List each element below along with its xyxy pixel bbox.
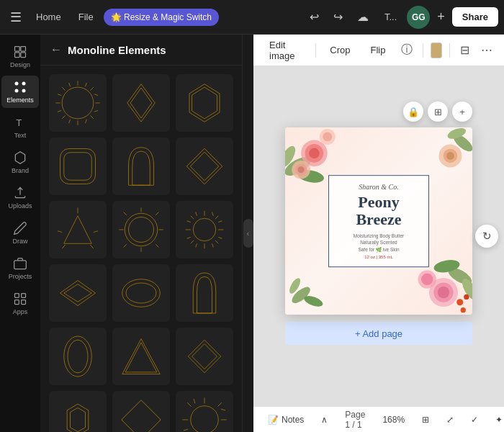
svg-rect-13	[22, 300, 26, 305]
home-nav[interactable]: Home	[29, 7, 68, 27]
expand-btn[interactable]: ⤢	[441, 412, 459, 428]
element-arch-tall[interactable]	[176, 264, 233, 322]
element-diamond-rotate[interactable]	[176, 138, 233, 195]
element-burst-small[interactable]	[176, 201, 233, 258]
grid-view-btn[interactable]: ⊞	[416, 412, 435, 428]
title-label[interactable]: T...	[377, 7, 404, 27]
lock-fab[interactable]: 🔒	[403, 102, 423, 122]
layout-icon[interactable]: ⊟	[457, 40, 472, 60]
svg-rect-36	[64, 153, 92, 181]
elements-panel: ← Monoline Elements	[40, 35, 242, 432]
svg-line-30	[86, 83, 87, 86]
element-hexagon-small[interactable]	[49, 391, 107, 432]
element-sunburst-triangle[interactable]	[49, 201, 107, 258]
svg-marker-79	[125, 343, 157, 372]
svg-line-25	[58, 94, 61, 96]
sidebar-item-projects[interactable]: Projects	[1, 252, 39, 284]
element-diamond-small[interactable]	[176, 328, 233, 385]
svg-rect-0	[15, 47, 20, 52]
duplicate-fab[interactable]: ⊞	[428, 102, 448, 122]
rotate-handle[interactable]: ↻	[475, 225, 498, 248]
sidebar-item-design[interactable]: Design	[1, 40, 39, 73]
svg-point-77	[68, 340, 88, 373]
plus-btn[interactable]: +	[433, 5, 449, 29]
element-rounded-square[interactable]	[49, 138, 107, 195]
svg-line-43	[58, 231, 62, 233]
canvas-viewport[interactable]: 🔒 ⊞ +	[253, 66, 504, 406]
file-nav[interactable]: File	[71, 7, 101, 27]
element-sunburst-circle-2[interactable]	[176, 391, 233, 432]
scroll-up-btn[interactable]: ∧	[315, 412, 333, 428]
magic-switch-btn[interactable]: 🌟 Resize & Magic Switch	[104, 9, 219, 26]
cloud-btn[interactable]: ☁	[351, 6, 374, 28]
svg-line-20	[91, 116, 94, 119]
product-desc-line1: Moisturizing Body Butter	[341, 233, 417, 240]
product-text-box[interactable]: Sharon & Co. PeonyBreeze Moisturizing Bo…	[328, 175, 429, 267]
sidebar-item-brand[interactable]: Brand	[1, 146, 39, 179]
add-fab[interactable]: +	[452, 102, 472, 122]
svg-marker-39	[64, 216, 92, 244]
svg-line-21	[91, 87, 94, 90]
share-btn[interactable]: Share	[452, 7, 498, 27]
svg-marker-73	[64, 284, 92, 302]
svg-point-114	[438, 287, 449, 298]
panel-collapse-handle[interactable]: ‹	[242, 35, 253, 432]
check-btn[interactable]: ✓	[465, 412, 484, 428]
sidebar-item-text[interactable]: T Text	[1, 111, 39, 143]
crop-btn[interactable]: Crop	[323, 41, 357, 59]
svg-line-28	[94, 94, 98, 96]
element-sunburst-circle[interactable]	[49, 74, 107, 132]
user-avatar[interactable]: GG	[407, 6, 430, 29]
element-triangle-outline[interactable]	[112, 328, 170, 385]
info-icon[interactable]: ⓘ	[398, 40, 415, 60]
svg-marker-80	[188, 340, 221, 373]
magic-fab[interactable]: ✦	[490, 412, 504, 428]
element-diamond-thin[interactable]	[112, 74, 170, 132]
svg-rect-37	[186, 148, 222, 184]
svg-line-94	[194, 399, 195, 403]
element-sunburst-ring[interactable]	[112, 201, 170, 258]
redo-btn[interactable]: ↪	[328, 6, 348, 28]
svg-line-29	[69, 120, 71, 123]
product-size: 12 oz | 355 mL	[341, 255, 417, 259]
svg-line-68	[187, 221, 191, 222]
color-swatch[interactable]	[431, 42, 442, 58]
element-diamond-wide[interactable]	[49, 264, 107, 322]
design-card[interactable]: Sharon & Co. PeonyBreeze Moisturizing Bo…	[285, 127, 472, 315]
svg-marker-33	[189, 84, 220, 122]
svg-point-117	[456, 299, 463, 305]
svg-point-106	[298, 166, 305, 173]
more-icon[interactable]: ⋯	[478, 40, 495, 60]
undo-btn[interactable]: ↩	[304, 6, 325, 28]
element-oval-outline[interactable]	[112, 264, 170, 322]
sidebar-item-elements[interactable]: Elements	[1, 76, 39, 108]
svg-point-76	[64, 336, 92, 377]
zoom-level[interactable]: 168%	[377, 412, 410, 428]
svg-point-14	[62, 87, 94, 119]
flip-btn[interactable]: Flip	[363, 41, 392, 59]
sidebar-item-draw[interactable]: Draw	[1, 217, 39, 249]
svg-point-124	[446, 152, 454, 160]
toolbar-separator-2	[423, 43, 423, 58]
element-oval-vertical[interactable]	[49, 328, 107, 385]
svg-line-97	[221, 409, 225, 410]
edit-image-btn[interactable]: Edit image	[262, 36, 308, 65]
svg-rect-3	[21, 53, 26, 58]
hamburger-menu[interactable]: ☰	[6, 5, 26, 30]
notes-icon: 📝	[268, 415, 279, 425]
notes-btn[interactable]: 📝 Notes	[262, 412, 310, 428]
svg-rect-11	[22, 294, 26, 298]
panel-back-btn[interactable]: ←	[50, 43, 62, 56]
svg-rect-35	[60, 149, 96, 184]
svg-line-65	[212, 243, 214, 247]
element-arch-shape[interactable]	[112, 138, 170, 195]
element-hexagon-outline[interactable]	[176, 74, 233, 132]
sidebar-item-uploads[interactable]: Uploads	[1, 181, 39, 214]
svg-line-64	[196, 212, 197, 216]
svg-line-96	[184, 429, 188, 431]
sidebar-item-apps[interactable]: Apps	[1, 287, 39, 320]
add-page-bar[interactable]: + Add page	[285, 322, 472, 345]
element-diamond-outline[interactable]	[112, 391, 170, 432]
svg-point-4	[15, 82, 19, 86]
svg-point-55	[193, 218, 216, 241]
